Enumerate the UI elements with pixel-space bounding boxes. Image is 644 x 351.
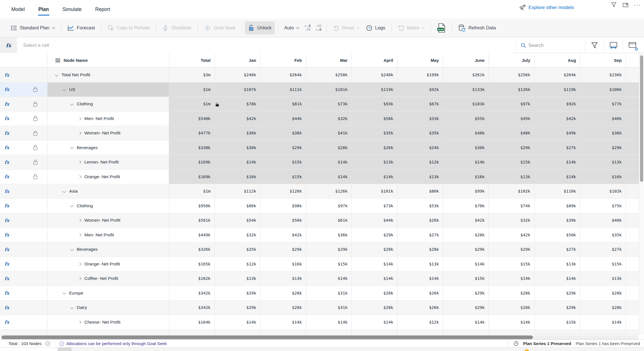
value-cell[interactable]: $40k bbox=[580, 112, 626, 126]
value-cell[interactable]: $48k bbox=[443, 126, 489, 141]
value-cell[interactable]: $42k bbox=[443, 213, 489, 228]
value-cell[interactable]: $92k bbox=[397, 82, 443, 97]
value-cell[interactable]: $178k bbox=[169, 330, 215, 335]
value-cell[interactable]: $950k bbox=[169, 199, 215, 213]
value-cell[interactable]: $38k bbox=[260, 126, 306, 141]
value-cell[interactable]: $14k bbox=[489, 271, 534, 286]
node-name-cell[interactable]: Beverages bbox=[47, 242, 169, 257]
value-cell[interactable]: $36k bbox=[306, 228, 352, 243]
value-cell[interactable]: $14k bbox=[443, 315, 489, 330]
value-cell[interactable]: $27k bbox=[534, 242, 580, 257]
expand-icon[interactable] bbox=[622, 1, 629, 8]
value-cell[interactable]: $16k bbox=[215, 170, 260, 184]
value-cell[interactable]: $248k bbox=[215, 68, 260, 82]
value-cell[interactable]: $15k bbox=[580, 257, 626, 272]
horizontal-scrollbar-thumb[interactable] bbox=[1, 335, 533, 339]
value-cell[interactable]: $119k bbox=[534, 82, 580, 97]
fx-cell[interactable]: fx bbox=[0, 82, 23, 97]
increase-decimal-button[interactable]: .00 →.0 bbox=[313, 24, 324, 32]
value-cell[interactable]: $12k bbox=[215, 257, 260, 272]
column-header-jan[interactable]: Jan bbox=[215, 53, 260, 67]
vertical-scrollbar-thumb[interactable] bbox=[640, 55, 643, 182]
fx-cell[interactable]: fx bbox=[0, 271, 23, 286]
value-cell[interactable]: $14k bbox=[351, 170, 397, 184]
chevron-down-icon[interactable] bbox=[70, 145, 74, 149]
value-cell[interactable]: $55k bbox=[443, 112, 489, 126]
node-name-cell[interactable]: Women- Net Profit bbox=[47, 213, 169, 228]
value-cell[interactable]: $14k bbox=[580, 315, 626, 330]
value-cell[interactable]: $14k bbox=[215, 315, 260, 330]
value-cell[interactable]: $30k bbox=[215, 141, 260, 155]
logs-button[interactable]: Logs bbox=[363, 21, 389, 34]
chevron-down-icon[interactable] bbox=[70, 102, 74, 105]
filter-icon[interactable] bbox=[610, 1, 617, 8]
value-cell[interactable]: $30k bbox=[443, 141, 489, 155]
chevron-down-icon[interactable] bbox=[62, 291, 66, 294]
value-cell[interactable]: $58k bbox=[351, 112, 397, 126]
value-cell[interactable]: $15k bbox=[489, 155, 534, 170]
value-cell[interactable]: $14k bbox=[306, 315, 352, 330]
value-cell[interactable]: $31k bbox=[306, 286, 352, 301]
node-name-cell[interactable]: Men- Net Profit bbox=[47, 112, 169, 126]
value-cell[interactable]: $29k bbox=[260, 242, 306, 257]
value-cell[interactable]: $28k bbox=[351, 242, 397, 257]
value-cell[interactable]: $326k bbox=[169, 242, 215, 257]
value-cell[interactable]: $24k bbox=[397, 141, 443, 155]
value-cell[interactable]: $449k bbox=[169, 228, 215, 243]
node-name-cell[interactable]: Men- Net Profit bbox=[47, 228, 169, 243]
node-name-cell[interactable]: Beverages bbox=[47, 141, 169, 155]
value-cell[interactable]: $14k bbox=[489, 330, 534, 335]
fx-cell[interactable]: fx bbox=[0, 184, 23, 199]
node-name-cell[interactable]: Coffee- Net Profit bbox=[47, 271, 169, 286]
value-cell[interactable]: $42k bbox=[534, 112, 580, 126]
value-cell[interactable]: $14k bbox=[351, 315, 397, 330]
chevron-right-icon[interactable] bbox=[78, 175, 81, 178]
value-cell[interactable]: $25k bbox=[215, 242, 260, 257]
tab-report[interactable]: Report bbox=[95, 5, 111, 14]
value-cell[interactable]: $61k bbox=[306, 213, 352, 228]
value-cell[interactable]: $29k bbox=[443, 286, 489, 301]
column-header-may[interactable]: May bbox=[397, 53, 443, 67]
value-cell[interactable]: $162k bbox=[169, 271, 215, 286]
grid-settings-icon[interactable]: ⚙ bbox=[626, 39, 639, 52]
value-cell[interactable]: $97k bbox=[489, 97, 534, 112]
chevron-down-icon[interactable] bbox=[62, 189, 66, 193]
value-cell[interactable]: $29k bbox=[306, 242, 352, 257]
value-cell[interactable]: $29k bbox=[215, 286, 260, 301]
fx-cell[interactable]: fx bbox=[0, 286, 23, 301]
value-cell[interactable]: $126k bbox=[489, 82, 534, 97]
value-cell[interactable]: $14k bbox=[489, 315, 534, 330]
chevron-right-icon[interactable] bbox=[78, 277, 81, 280]
export-xlsx-button[interactable]: XLSX bbox=[434, 21, 449, 34]
node-name-cell[interactable]: Asia bbox=[47, 184, 169, 199]
value-cell[interactable]: $27k bbox=[580, 242, 626, 257]
value-cell[interactable]: $102k bbox=[580, 184, 626, 199]
value-cell[interactable]: $32k bbox=[489, 213, 534, 228]
node-name-cell[interactable]: Orange- Net Profit bbox=[47, 170, 169, 184]
value-cell[interactable]: $14k bbox=[534, 330, 580, 335]
value-cell[interactable]: $12k bbox=[397, 315, 443, 330]
value-cell[interactable]: $169k bbox=[169, 155, 215, 170]
value-cell[interactable]: $14k bbox=[306, 170, 352, 184]
value-cell[interactable]: $33k bbox=[397, 112, 443, 126]
value-cell[interactable]: $28k bbox=[351, 286, 397, 301]
value-cell[interactable]: $14k bbox=[306, 155, 352, 170]
node-name-cell[interactable]: Clothing bbox=[47, 199, 169, 213]
value-cell[interactable]: $101k bbox=[351, 184, 397, 199]
value-cell[interactable]: $28k bbox=[443, 228, 489, 243]
chevron-right-icon[interactable] bbox=[78, 262, 81, 266]
value-cell[interactable]: $17k bbox=[306, 330, 352, 335]
value-cell[interactable]: $13k bbox=[580, 155, 626, 170]
value-cell[interactable]: $15k bbox=[443, 330, 489, 335]
value-cell[interactable]: $13k bbox=[215, 271, 260, 286]
value-cell[interactable]: $77k bbox=[580, 97, 626, 112]
value-cell[interactable]: $75k bbox=[580, 199, 626, 213]
fx-cell[interactable]: fx bbox=[0, 228, 23, 243]
column-header-mar[interactable]: Mar bbox=[306, 53, 352, 67]
value-cell[interactable]: $99k bbox=[443, 184, 489, 199]
value-cell[interactable]: $26k bbox=[351, 141, 397, 155]
value-cell[interactable]: $29k bbox=[489, 141, 534, 155]
chevron-right-icon[interactable] bbox=[78, 219, 81, 222]
value-cell[interactable]: $28k bbox=[580, 300, 626, 315]
search-input[interactable] bbox=[528, 43, 582, 48]
